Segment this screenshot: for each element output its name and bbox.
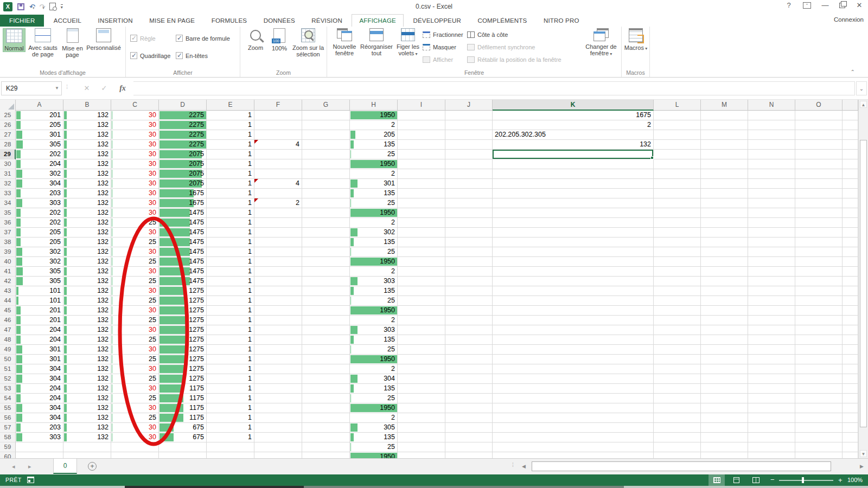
column-header-I[interactable]: I xyxy=(398,100,445,111)
cell-P56[interactable] xyxy=(843,413,858,423)
cell-H49[interactable]: 25 xyxy=(350,345,398,355)
cell-D40[interactable]: 1475 xyxy=(159,257,207,267)
cell-O38[interactable] xyxy=(795,237,843,247)
cell-I30[interactable] xyxy=(398,159,445,169)
masquer-button[interactable]: Masquer xyxy=(423,44,456,50)
zoom-level-label[interactable]: 100% xyxy=(847,477,863,483)
cell-A30[interactable]: 204 xyxy=(16,159,63,169)
cell-B59[interactable] xyxy=(63,442,111,452)
cell-F46[interactable] xyxy=(254,316,302,325)
cell-C44[interactable]: 25 xyxy=(111,296,159,306)
cell-G29[interactable] xyxy=(302,150,350,159)
cell-G25[interactable] xyxy=(302,111,350,120)
cell-B38[interactable]: 132 xyxy=(63,237,111,247)
cell-J51[interactable] xyxy=(445,364,493,374)
cell-J46[interactable] xyxy=(445,316,493,325)
cell-F52[interactable] xyxy=(254,374,302,384)
cell-J29[interactable] xyxy=(445,150,493,159)
cell-P51[interactable] xyxy=(843,364,858,374)
cell-O56[interactable] xyxy=(795,413,843,423)
zoom-button[interactable]: Zoom xyxy=(244,28,267,51)
row-header-28[interactable]: 28 xyxy=(0,140,16,150)
cell-L25[interactable] xyxy=(654,111,701,120)
cell-N38[interactable] xyxy=(748,237,795,247)
row-header-54[interactable]: 54 xyxy=(0,394,16,403)
cell-C46[interactable]: 25 xyxy=(111,316,159,325)
connexion-link[interactable]: Connexion xyxy=(834,16,864,23)
cell-I43[interactable] xyxy=(398,286,445,296)
cell-A36[interactable]: 202 xyxy=(16,218,63,228)
cell-O51[interactable] xyxy=(795,364,843,374)
add-sheet-icon[interactable]: + xyxy=(88,462,97,471)
cell-B45[interactable]: 132 xyxy=(63,306,111,316)
cell-B46[interactable]: 132 xyxy=(63,316,111,325)
cell-G38[interactable] xyxy=(302,237,350,247)
cell-E57[interactable]: 1 xyxy=(207,423,254,433)
cell-D51[interactable]: 1275 xyxy=(159,364,207,374)
cell-A59[interactable] xyxy=(16,442,63,452)
cell-K53[interactable] xyxy=(493,384,654,394)
cell-G26[interactable] xyxy=(302,120,350,130)
cell-B32[interactable]: 132 xyxy=(63,179,111,189)
cell-F44[interactable] xyxy=(254,296,302,306)
cell-L44[interactable] xyxy=(654,296,701,306)
cell-M41[interactable] xyxy=(701,267,748,277)
row-header-59[interactable]: 59 xyxy=(0,442,16,452)
cell-H57[interactable]: 305 xyxy=(350,423,398,433)
cell-D36[interactable]: 1475 xyxy=(159,218,207,228)
cell-A37[interactable]: 205 xyxy=(16,228,63,237)
cell-M56[interactable] xyxy=(701,413,748,423)
cell-O47[interactable] xyxy=(795,325,843,335)
cell-L58[interactable] xyxy=(654,433,701,442)
cell-I26[interactable] xyxy=(398,120,445,130)
cell-A49[interactable]: 301 xyxy=(16,345,63,355)
cell-A35[interactable]: 202 xyxy=(16,208,63,218)
row-header-45[interactable]: 45 xyxy=(0,306,16,316)
cell-D60[interactable] xyxy=(159,452,207,458)
cell-G41[interactable] xyxy=(302,267,350,277)
cell-P32[interactable] xyxy=(843,179,858,189)
cell-O37[interactable] xyxy=(795,228,843,237)
cell-P40[interactable] xyxy=(843,257,858,267)
cell-J49[interactable] xyxy=(445,345,493,355)
restore-icon[interactable] xyxy=(839,3,845,8)
cell-A34[interactable]: 303 xyxy=(16,198,63,208)
cell-K58[interactable] xyxy=(493,433,654,442)
cell-K56[interactable] xyxy=(493,413,654,423)
cell-H50[interactable]: 1950 xyxy=(350,355,398,364)
cell-F49[interactable] xyxy=(254,345,302,355)
cell-M42[interactable] xyxy=(701,277,748,286)
cell-A41[interactable]: 305 xyxy=(16,267,63,277)
row-header-34[interactable]: 34 xyxy=(0,198,16,208)
cell-N30[interactable] xyxy=(748,159,795,169)
cell-K52[interactable] xyxy=(493,374,654,384)
cell-N60[interactable] xyxy=(748,452,795,458)
cell-N39[interactable] xyxy=(748,247,795,257)
cell-A53[interactable]: 204 xyxy=(16,384,63,394)
cell-I52[interactable] xyxy=(398,374,445,384)
cell-F51[interactable] xyxy=(254,364,302,374)
cell-G48[interactable] xyxy=(302,335,350,345)
checkbox-quadrillage[interactable]: Quadrillage xyxy=(130,52,170,59)
insert-function-icon[interactable]: fx xyxy=(115,81,130,95)
cell-J26[interactable] xyxy=(445,120,493,130)
cell-E47[interactable]: 1 xyxy=(207,325,254,335)
cell-E43[interactable]: 1 xyxy=(207,286,254,296)
cell-J38[interactable] xyxy=(445,237,493,247)
cell-A55[interactable]: 304 xyxy=(16,403,63,413)
cell-A56[interactable]: 304 xyxy=(16,413,63,423)
cell-N35[interactable] xyxy=(748,208,795,218)
cell-D31[interactable]: 2075 xyxy=(159,169,207,179)
cell-F36[interactable] xyxy=(254,218,302,228)
cell-B51[interactable]: 132 xyxy=(63,364,111,374)
zoom-slider-thumb[interactable] xyxy=(802,477,804,483)
cell-L49[interactable] xyxy=(654,345,701,355)
cell-H42[interactable]: 303 xyxy=(350,277,398,286)
cell-H59[interactable]: 25 xyxy=(350,442,398,452)
cell-D48[interactable]: 1275 xyxy=(159,335,207,345)
cell-J34[interactable] xyxy=(445,198,493,208)
cell-O30[interactable] xyxy=(795,159,843,169)
cell-G35[interactable] xyxy=(302,208,350,218)
cell-P50[interactable] xyxy=(843,355,858,364)
cell-D57[interactable]: 675 xyxy=(159,423,207,433)
